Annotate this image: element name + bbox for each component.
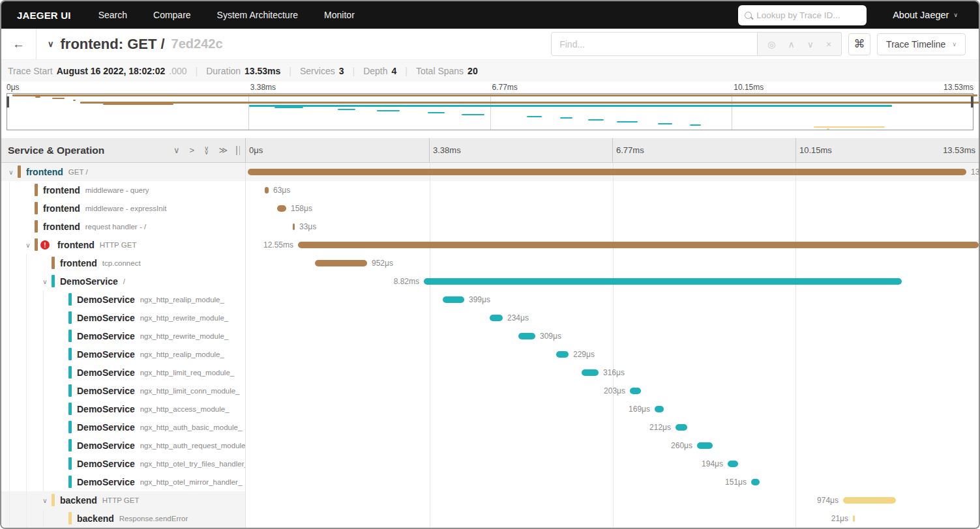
keyboard-shortcuts-button[interactable]: ⌘ [848, 33, 870, 55]
trace-lookup-input[interactable] [756, 10, 860, 20]
span-row-15[interactable]: DemoServicengx_http_auth_basic_module_21… [1, 418, 979, 436]
trace-view-select[interactable]: Trace Timeline ∨ [877, 33, 966, 55]
span-duration-bar[interactable] [697, 442, 713, 449]
span-duration-bar[interactable] [728, 461, 738, 467]
span-duration-bar[interactable] [490, 315, 503, 321]
span-timeline-cell[interactable]: 63μs [246, 181, 979, 199]
span-row-left[interactable]: frontendmiddleware - expressInit [1, 199, 246, 218]
brand-jaeger-ui[interactable]: JAEGER UI [17, 10, 71, 21]
span-row-11[interactable]: DemoServicengx_http_realip_module_229μs [1, 345, 979, 364]
span-row-7[interactable]: ∨DemoService/8.82ms [1, 272, 979, 291]
span-row-left[interactable]: ∨DemoService/ [1, 272, 246, 291]
span-row-left[interactable]: frontendrequest handler - / [1, 218, 246, 236]
span-duration-bar[interactable] [248, 169, 966, 175]
span-row-17[interactable]: DemoServicengx_http_otel_try_files_handl… [1, 455, 979, 473]
span-duration-bar[interactable] [582, 369, 599, 376]
span-duration-bar[interactable] [676, 424, 687, 431]
span-duration-bar[interactable] [265, 187, 269, 193]
row-chevron-down-icon[interactable]: ∨ [23, 242, 33, 249]
span-row-18[interactable]: DemoServicengx_http_otel_mirror_handler_… [1, 473, 979, 491]
span-row-9[interactable]: DemoServicengx_http_rewrite_module_234μs [1, 309, 979, 327]
span-row-4[interactable]: frontendrequest handler - /33μs [1, 218, 979, 236]
collapse-one-icon[interactable]: ∨ [173, 145, 180, 155]
span-duration-bar[interactable] [751, 479, 760, 485]
back-button[interactable]: ← [1, 29, 37, 59]
span-timeline-cell[interactable]: 212μs [246, 418, 979, 436]
nav-item-search[interactable]: Search [85, 1, 140, 29]
span-row-left[interactable]: frontendmiddleware - query [1, 181, 246, 199]
focus-match-icon[interactable]: ◎ [767, 39, 775, 50]
span-row-left[interactable]: DemoServicengx_http_rewrite_module_ [1, 309, 246, 327]
span-row-left[interactable]: DemoServicengx_http_auth_basic_module_ [1, 418, 246, 436]
span-row-16[interactable]: DemoServicengx_http_auth_request_module_… [1, 436, 979, 455]
span-duration-bar[interactable] [315, 260, 367, 266]
nav-item-monitor[interactable]: Monitor [311, 1, 368, 29]
span-row-left[interactable]: ∨frontendGET / [1, 163, 246, 181]
span-row-left[interactable]: DemoServicengx_http_limit_req_module_ [1, 364, 246, 382]
span-row-3[interactable]: frontendmiddleware - expressInit158μs [1, 199, 979, 218]
span-row-left[interactable]: DemoServicengx_http_realip_module_ [1, 345, 246, 364]
span-timeline-cell[interactable]: 234μs [246, 309, 979, 327]
span-row-6[interactable]: frontendtcp.connect952μs [1, 254, 979, 272]
collapse-all-icon[interactable]: ∨∨ [204, 147, 209, 154]
span-timeline-cell[interactable]: 8.82ms [246, 272, 979, 291]
span-timeline-cell[interactable]: 194μs [246, 455, 979, 473]
row-chevron-down-icon[interactable]: ∨ [40, 278, 50, 285]
span-row-10[interactable]: DemoServicengx_http_rewrite_module_309μs [1, 327, 979, 345]
span-timeline-cell[interactable]: 169μs [246, 400, 979, 418]
about-jaeger-menu[interactable]: About Jaeger ∨ [893, 10, 958, 20]
span-row-left[interactable]: DemoServicengx_http_rewrite_module_ [1, 327, 246, 345]
span-timeline-cell[interactable]: 399μs [246, 291, 979, 309]
span-row-left[interactable]: DemoServicengx_http_otel_mirror_handler_ [1, 473, 246, 491]
expand-all-icon[interactable]: ≫ [218, 145, 228, 155]
span-row-13[interactable]: DemoServicengx_http_limit_conn_module_20… [1, 382, 979, 400]
minimap-canvas[interactable] [7, 93, 973, 130]
span-row-left[interactable]: DemoServicengx_http_realip_module_ [1, 291, 246, 309]
span-row-12[interactable]: DemoServicengx_http_limit_req_module_316… [1, 364, 979, 382]
span-row-20[interactable]: backendResponse.sendError21μs [1, 509, 979, 528]
span-duration-bar[interactable] [443, 296, 464, 303]
span-duration-bar[interactable] [518, 333, 535, 339]
span-timeline-cell[interactable]: 952μs [246, 254, 979, 272]
span-timeline-cell[interactable]: 158μs [246, 199, 979, 218]
span-row-left[interactable]: DemoServicengx_http_limit_conn_module_ [1, 382, 246, 400]
span-duration-bar[interactable] [843, 497, 896, 504]
span-duration-bar[interactable] [424, 278, 902, 285]
span-timeline-cell[interactable]: 260μs [246, 436, 979, 455]
span-timeline-cell[interactable]: 203μs [246, 382, 979, 400]
span-duration-bar[interactable] [556, 351, 569, 358]
span-timeline-cell[interactable]: 33μs [246, 218, 979, 236]
span-timeline-cell[interactable]: 316μs [246, 364, 979, 382]
span-timeline-cell[interactable]: 151μs [246, 473, 979, 491]
clear-find-icon[interactable]: × [826, 39, 831, 50]
span-row-left[interactable]: DemoServicengx_http_access_module_ [1, 400, 246, 418]
span-timeline-cell[interactable]: 21μs [246, 509, 979, 528]
span-row-left[interactable]: frontendtcp.connect [1, 254, 246, 272]
span-row-8[interactable]: DemoServicengx_http_realip_module_399μs [1, 291, 979, 309]
prev-match-icon[interactable]: ∧ [788, 39, 794, 50]
span-duration-bar[interactable] [655, 406, 664, 412]
span-row-5[interactable]: ∨!frontendHTTP GET12.55ms [1, 236, 979, 254]
row-chevron-down-icon[interactable]: ∨ [40, 497, 50, 504]
span-timeline-cell[interactable]: 13.53ms [246, 163, 979, 181]
span-duration-bar[interactable] [277, 205, 286, 212]
minimap-right-drag-handle[interactable] [971, 96, 973, 107]
span-duration-bar[interactable] [298, 242, 979, 248]
nav-item-system-architecture[interactable]: System Architecture [204, 1, 312, 29]
span-row-left[interactable]: DemoServicengx_http_auth_request_module_ [1, 436, 246, 455]
span-timeline-cell[interactable]: 12.55ms [246, 236, 979, 254]
span-timeline-cell[interactable]: 309μs [246, 327, 979, 345]
span-row-left[interactable]: ∨!frontendHTTP GET [1, 236, 246, 254]
span-row-2[interactable]: frontendmiddleware - query63μs [1, 181, 979, 199]
span-duration-bar[interactable] [293, 223, 295, 230]
span-row-left[interactable]: ∨backendHTTP GET [1, 491, 246, 509]
span-row-14[interactable]: DemoServicengx_http_access_module_169μs [1, 400, 979, 418]
row-chevron-down-icon[interactable]: ∨ [7, 169, 16, 176]
span-timeline-cell[interactable]: 974μs [246, 491, 979, 509]
span-duration-bar[interactable] [853, 515, 855, 522]
span-row-19[interactable]: ∨backendHTTP GET974μs [1, 491, 979, 509]
expand-one-icon[interactable]: > [189, 145, 194, 155]
span-timeline-cell[interactable]: 229μs [246, 345, 979, 364]
span-duration-bar[interactable] [630, 388, 641, 394]
collapse-title-chevron-icon[interactable]: ∨ [48, 39, 54, 49]
